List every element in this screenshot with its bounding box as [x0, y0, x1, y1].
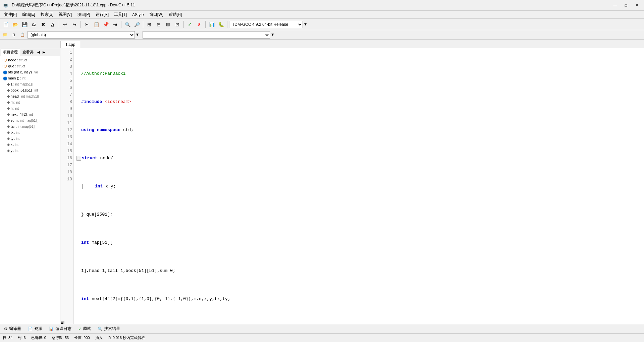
code-container[interactable]: 1 2 3 4 5 6 7 8 9 10 11 12 13 14 15 16 1…	[60, 48, 644, 324]
code-editor[interactable]: //Author:PanDaoxi #include <iostream> us…	[74, 48, 644, 324]
compiler-combo[interactable]: TDM-GCC 4.9.2 64-bit Release	[229, 21, 303, 28]
class-view-btn1[interactable]: 📁	[1, 31, 9, 39]
compiler-tab-btn[interactable]: ⚙ 编译器	[1, 325, 24, 332]
tree-item-var-ty[interactable]: ◆ ty : int	[0, 135, 60, 141]
resource-tab-btn[interactable]: 📄 资源	[25, 325, 45, 332]
paste-button[interactable]: 📌	[101, 20, 110, 29]
menu-window[interactable]: 窗口[W]	[147, 11, 166, 18]
compile-log-icon: 📊	[49, 327, 54, 331]
status-col: 列: 6	[18, 335, 25, 340]
stats-button[interactable]: 📊	[207, 20, 216, 29]
undo-button[interactable]: ↩	[61, 20, 69, 29]
debug-tab-label: 调试	[83, 326, 91, 332]
tree-item-var-1[interactable]: ◆ 1 : int map[51][	[0, 81, 60, 87]
fold-space-7	[76, 239, 81, 246]
left-panel: 项目管理 查看类 ◀ ▶ + ⬡ node : struct + ⬡ que :…	[0, 48, 60, 324]
tree-item-var-y[interactable]: ◆ y : int	[0, 148, 60, 154]
code-text-7a: int	[81, 239, 89, 246]
tree-item-var-tail[interactable]: ◆ tail : int map[51][	[0, 123, 60, 129]
menu-help[interactable]: 帮助[H]	[166, 11, 184, 18]
tree-item-que[interactable]: + ⬡ que : struct	[0, 63, 60, 69]
tree-item-var-sum[interactable]: ◆ sum : int map[51][	[0, 117, 60, 123]
resource-tab-label: 资源	[34, 326, 42, 332]
layout2-button[interactable]: ⊠	[164, 20, 172, 29]
menu-view[interactable]: 视图[V]	[56, 11, 74, 18]
search-results-tab-btn[interactable]: 🔍 搜索结果	[95, 325, 123, 332]
resource-tab-icon: 📄	[28, 327, 33, 331]
code-text-5b: int	[95, 183, 103, 190]
fold-indicator-4[interactable]: -	[76, 156, 81, 161]
debug-tab-btn[interactable]: ✓ 调试	[75, 325, 94, 332]
panel-tab-project[interactable]: 项目管理	[1, 49, 20, 56]
tree-item-var-x[interactable]: ◆ x : int	[0, 141, 60, 148]
code-text-7b: map[51][	[89, 239, 112, 246]
tree-item-var-head[interactable]: ◆ head : int map[51][	[0, 93, 60, 99]
icon-next: ◆	[7, 112, 10, 117]
icon-head: ◆	[7, 94, 10, 99]
close-file-button[interactable]: ✖	[39, 20, 48, 29]
zoom-out-button[interactable]: 🔎	[132, 20, 141, 29]
menu-tools[interactable]: 工具[T]	[111, 11, 129, 18]
fold-space-8	[76, 267, 81, 274]
copy-button[interactable]: 📋	[92, 20, 101, 29]
compile-log-label: 编译日志	[55, 326, 71, 332]
panel-tab-class[interactable]: 查看类	[20, 49, 36, 56]
new-file-button[interactable]: 📄	[1, 20, 10, 29]
open-file-button[interactable]: 📂	[11, 20, 19, 29]
menu-file[interactable]: 文件[F]	[1, 11, 19, 18]
tree-item-bfs[interactable]: ⬤ bfs (int x, int y) : vo	[0, 69, 60, 75]
panel-nav-left[interactable]: ◀	[36, 50, 41, 55]
code-text-3a: using	[81, 126, 94, 133]
compiler-tab-label: 编译器	[9, 326, 21, 332]
save-all-button[interactable]: 🗂	[30, 20, 38, 29]
fold-space-5	[76, 183, 81, 190]
tree-item-node[interactable]: + ⬡ node : struct	[0, 57, 60, 63]
cut-button[interactable]: ✂	[83, 20, 91, 29]
indent-button[interactable]: ⇥	[111, 20, 119, 29]
debug-button[interactable]: 🐛	[217, 20, 225, 29]
print-button[interactable]: 🖨	[48, 20, 57, 29]
tree-item-main[interactable]: ⬤ main () : int	[0, 75, 60, 81]
tree-item-var-m[interactable]: ◆ m : int	[0, 99, 60, 105]
scope-combo-arrow: ▼	[136, 33, 139, 37]
redo-button[interactable]: ↪	[70, 20, 79, 29]
layout3-button[interactable]: ⊡	[173, 20, 182, 29]
tree-item-var-n[interactable]: ◆ n : int	[0, 105, 60, 111]
save-file-button[interactable]: 💾	[20, 20, 29, 29]
maximize-button[interactable]: □	[621, 2, 631, 9]
menu-astyle[interactable]: AStyle	[129, 12, 147, 18]
tile-v-button[interactable]: ⊟	[154, 20, 163, 29]
close-button[interactable]: ✕	[632, 2, 641, 9]
code-text-6: } que[2501];	[81, 211, 113, 218]
tile-h-button[interactable]: ⊞	[145, 20, 154, 29]
panel-nav-right[interactable]: ▶	[41, 50, 47, 55]
expand-icon-bfs	[1, 70, 2, 74]
menu-edit[interactable]: 编辑[E]	[19, 11, 38, 18]
tree-item-var-tx[interactable]: ◆ tx : int	[0, 129, 60, 135]
menu-project[interactable]: 项目[P]	[74, 11, 93, 18]
zoom-in-button[interactable]: 🔍	[123, 20, 132, 29]
class-view-btn2[interactable]: 🗒	[10, 31, 17, 39]
expand-icon-que: +	[1, 64, 3, 68]
minimize-button[interactable]: —	[610, 2, 620, 9]
icon-var1: ◆	[7, 82, 10, 87]
tree-item-var-book[interactable]: ◆ book [51][51] : int	[0, 87, 60, 93]
compile-x-button[interactable]: ✗	[195, 20, 204, 29]
compile-log-tab-btn[interactable]: 📊 编译日志	[46, 325, 74, 332]
compile-check-button[interactable]: ✓	[185, 20, 194, 29]
menu-run[interactable]: 运行[R]	[93, 11, 111, 18]
fold-line-5: │	[81, 183, 84, 190]
toolbar-separator7	[227, 21, 227, 28]
tab-1cpp[interactable]: 1.cpp	[60, 41, 80, 48]
symbol-combo[interactable]	[143, 31, 270, 39]
code-line-2: #include <iostream>	[76, 98, 641, 105]
menu-search[interactable]: 搜索[S]	[38, 11, 56, 18]
toolbar-separator2	[80, 21, 81, 28]
code-text-5a	[85, 183, 95, 190]
class-view-btn3[interactable]: 📋	[19, 31, 26, 39]
scope-combo[interactable]: (globals)	[28, 31, 135, 39]
fold-space-1	[76, 70, 81, 77]
scrollbar-down-btn[interactable]: ▼	[61, 321, 64, 324]
code-line-1: //Author:PanDaoxi	[76, 70, 641, 77]
tree-item-var-next[interactable]: ◆ next [4][2] : int	[0, 111, 60, 117]
